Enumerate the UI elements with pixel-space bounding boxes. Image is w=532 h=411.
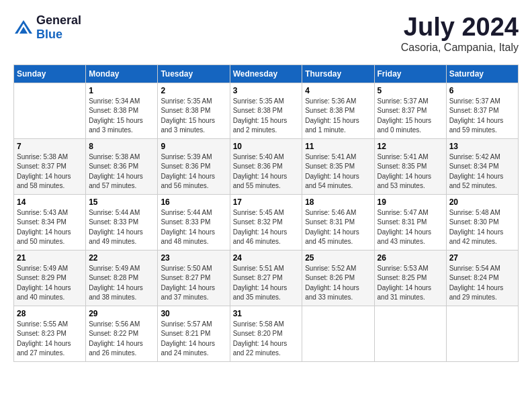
day-info: Sunrise: 5:55 AMSunset: 8:23 PMDaylight:…: [17, 320, 71, 357]
calendar-cell: 7Sunrise: 5:38 AMSunset: 8:37 PMDaylight…: [14, 138, 86, 194]
day-number: 17: [233, 197, 300, 207]
calendar-cell: 24Sunrise: 5:51 AMSunset: 8:27 PMDayligh…: [230, 250, 302, 306]
day-number: 22: [89, 253, 154, 263]
day-info: Sunrise: 5:42 AMSunset: 8:34 PMDaylight:…: [449, 153, 504, 190]
day-number: 26: [378, 253, 443, 263]
calendar-cell: 15Sunrise: 5:44 AMSunset: 8:33 PMDayligh…: [86, 194, 158, 250]
day-info: Sunrise: 5:49 AMSunset: 8:29 PMDaylight:…: [17, 265, 71, 302]
day-number: 31: [233, 309, 300, 318]
day-info: Sunrise: 5:44 AMSunset: 8:33 PMDaylight:…: [161, 209, 215, 246]
day-info: Sunrise: 5:43 AMSunset: 8:34 PMDaylight:…: [17, 209, 71, 246]
day-info: Sunrise: 5:44 AMSunset: 8:33 PMDaylight:…: [89, 209, 143, 246]
day-number: 5: [378, 86, 443, 95]
day-number: 30: [161, 309, 226, 318]
calendar-table: SundayMondayTuesdayWednesdayThursdayFrid…: [13, 64, 519, 362]
day-number: 15: [89, 197, 154, 207]
day-number: 19: [378, 197, 443, 207]
header-cell-saturday: Saturday: [446, 64, 518, 83]
calendar-cell: [446, 306, 518, 361]
day-info: Sunrise: 5:40 AMSunset: 8:36 PMDaylight:…: [233, 153, 287, 190]
day-info: Sunrise: 5:47 AMSunset: 8:31 PMDaylight:…: [378, 209, 432, 246]
day-number: 4: [305, 86, 371, 95]
day-info: Sunrise: 5:50 AMSunset: 8:27 PMDaylight:…: [161, 265, 215, 302]
calendar-cell: 11Sunrise: 5:41 AMSunset: 8:35 PMDayligh…: [302, 138, 374, 194]
calendar-cell: 1Sunrise: 5:34 AMSunset: 8:38 PMDaylight…: [86, 83, 158, 138]
header-row: SundayMondayTuesdayWednesdayThursdayFrid…: [14, 64, 519, 83]
day-info: Sunrise: 5:37 AMSunset: 8:37 PMDaylight:…: [378, 97, 432, 134]
calendar-cell: 20Sunrise: 5:48 AMSunset: 8:30 PMDayligh…: [446, 194, 518, 250]
day-number: 18: [305, 197, 371, 207]
day-info: Sunrise: 5:54 AMSunset: 8:24 PMDaylight:…: [449, 265, 504, 302]
title-block: July 2024 Casoria, Campania, Italy: [401, 13, 519, 54]
day-info: Sunrise: 5:39 AMSunset: 8:36 PMDaylight:…: [161, 153, 215, 190]
day-number: 1: [89, 86, 154, 95]
day-number: 8: [89, 142, 154, 151]
day-number: 20: [449, 197, 515, 207]
day-number: 11: [305, 142, 371, 151]
header-cell-sunday: Sunday: [14, 64, 86, 83]
calendar-cell: 27Sunrise: 5:54 AMSunset: 8:24 PMDayligh…: [446, 250, 518, 306]
calendar-cell: 23Sunrise: 5:50 AMSunset: 8:27 PMDayligh…: [158, 250, 230, 306]
day-number: 14: [17, 197, 83, 207]
calendar-cell: 8Sunrise: 5:38 AMSunset: 8:36 PMDaylight…: [86, 138, 158, 194]
calendar-cell: 31Sunrise: 5:58 AMSunset: 8:20 PMDayligh…: [230, 306, 302, 361]
calendar-cell: 4Sunrise: 5:36 AMSunset: 8:38 PMDaylight…: [302, 83, 374, 138]
logo-text-blue: Blue: [36, 28, 62, 41]
day-info: Sunrise: 5:46 AMSunset: 8:31 PMDaylight:…: [305, 209, 359, 246]
calendar-week-4: 21Sunrise: 5:49 AMSunset: 8:29 PMDayligh…: [14, 250, 519, 306]
calendar-week-1: 1Sunrise: 5:34 AMSunset: 8:38 PMDaylight…: [14, 83, 519, 138]
calendar-cell: 29Sunrise: 5:56 AMSunset: 8:22 PMDayligh…: [86, 306, 158, 361]
calendar-cell: 25Sunrise: 5:52 AMSunset: 8:26 PMDayligh…: [302, 250, 374, 306]
day-number: 25: [305, 253, 371, 263]
header-cell-thursday: Thursday: [302, 64, 374, 83]
calendar-cell: 5Sunrise: 5:37 AMSunset: 8:37 PMDaylight…: [374, 83, 446, 138]
logo-icon: [13, 17, 34, 38]
calendar-week-3: 14Sunrise: 5:43 AMSunset: 8:34 PMDayligh…: [14, 194, 519, 250]
day-number: 2: [161, 86, 226, 95]
day-number: 21: [17, 253, 83, 263]
day-number: 27: [449, 253, 515, 263]
header-cell-monday: Monday: [86, 64, 158, 83]
day-number: 3: [233, 86, 300, 95]
day-info: Sunrise: 5:36 AMSunset: 8:38 PMDaylight:…: [305, 97, 359, 134]
calendar-cell: 22Sunrise: 5:49 AMSunset: 8:28 PMDayligh…: [86, 250, 158, 306]
calendar-body: 1Sunrise: 5:34 AMSunset: 8:38 PMDaylight…: [14, 83, 519, 361]
calendar-cell: [14, 83, 86, 138]
calendar-cell: 28Sunrise: 5:55 AMSunset: 8:23 PMDayligh…: [14, 306, 86, 361]
day-number: 6: [449, 86, 515, 95]
header-cell-wednesday: Wednesday: [230, 64, 302, 83]
calendar-cell: 30Sunrise: 5:57 AMSunset: 8:21 PMDayligh…: [158, 306, 230, 361]
calendar-cell: 2Sunrise: 5:35 AMSunset: 8:38 PMDaylight…: [158, 83, 230, 138]
calendar-cell: 14Sunrise: 5:43 AMSunset: 8:34 PMDayligh…: [14, 194, 86, 250]
header-cell-friday: Friday: [374, 64, 446, 83]
logo: General Blue: [13, 13, 81, 42]
day-info: Sunrise: 5:35 AMSunset: 8:38 PMDaylight:…: [161, 97, 215, 134]
day-info: Sunrise: 5:41 AMSunset: 8:35 PMDaylight:…: [305, 153, 359, 190]
day-number: 13: [449, 142, 515, 151]
calendar-cell: 3Sunrise: 5:35 AMSunset: 8:38 PMDaylight…: [230, 83, 302, 138]
page-header: General Blue July 2024 Casoria, Campania…: [13, 13, 519, 54]
day-number: 23: [161, 253, 226, 263]
calendar-cell: 26Sunrise: 5:53 AMSunset: 8:25 PMDayligh…: [374, 250, 446, 306]
calendar-cell: 21Sunrise: 5:49 AMSunset: 8:29 PMDayligh…: [14, 250, 86, 306]
day-info: Sunrise: 5:49 AMSunset: 8:28 PMDaylight:…: [89, 265, 143, 302]
day-number: 28: [17, 309, 83, 318]
header-cell-tuesday: Tuesday: [158, 64, 230, 83]
day-info: Sunrise: 5:38 AMSunset: 8:37 PMDaylight:…: [17, 153, 71, 190]
day-number: 16: [161, 197, 226, 207]
day-info: Sunrise: 5:51 AMSunset: 8:27 PMDaylight:…: [233, 265, 287, 302]
calendar-cell: 16Sunrise: 5:44 AMSunset: 8:33 PMDayligh…: [158, 194, 230, 250]
calendar-cell: [374, 306, 446, 361]
day-info: Sunrise: 5:37 AMSunset: 8:37 PMDaylight:…: [449, 97, 504, 134]
calendar-cell: 17Sunrise: 5:45 AMSunset: 8:32 PMDayligh…: [230, 194, 302, 250]
day-info: Sunrise: 5:53 AMSunset: 8:25 PMDaylight:…: [378, 265, 432, 302]
day-number: 9: [161, 142, 226, 151]
calendar-cell: 13Sunrise: 5:42 AMSunset: 8:34 PMDayligh…: [446, 138, 518, 194]
day-number: 29: [89, 309, 154, 318]
calendar-cell: 10Sunrise: 5:40 AMSunset: 8:36 PMDayligh…: [230, 138, 302, 194]
day-number: 12: [378, 142, 443, 151]
location-subtitle: Casoria, Campania, Italy: [401, 42, 519, 54]
day-info: Sunrise: 5:58 AMSunset: 8:20 PMDaylight:…: [233, 320, 287, 357]
day-info: Sunrise: 5:48 AMSunset: 8:30 PMDaylight:…: [449, 209, 504, 246]
day-info: Sunrise: 5:56 AMSunset: 8:22 PMDaylight:…: [89, 320, 143, 357]
